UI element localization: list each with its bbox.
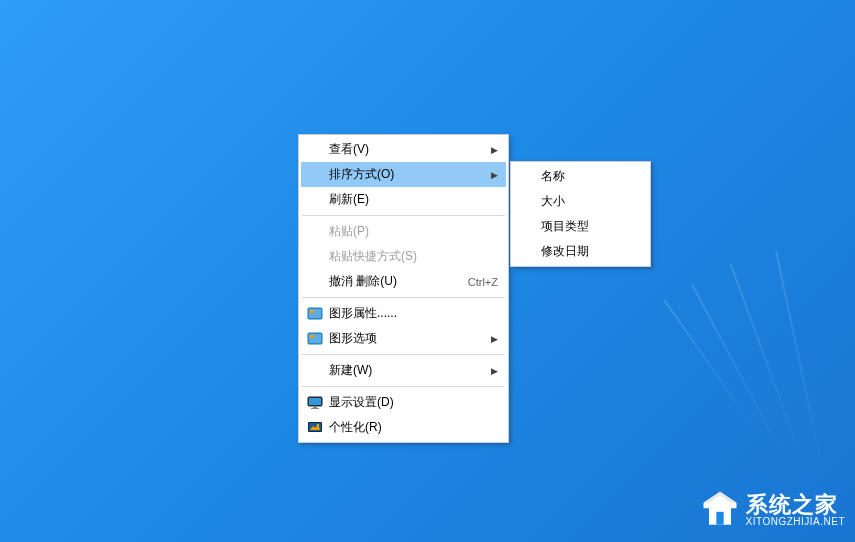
menu-label: 刷新(E) <box>329 191 498 208</box>
submenu-item-name[interactable]: 名称 <box>513 164 648 189</box>
blank-icon <box>305 166 325 184</box>
personalize-icon <box>305 419 325 437</box>
watermark: 系统之家 XITONGZHIJIA.NET <box>698 488 846 532</box>
menu-item-graphics-options[interactable]: 图形选项 ▶ <box>301 326 506 351</box>
menu-label: 撤消 删除(U) <box>329 273 458 290</box>
blank-icon <box>305 273 325 291</box>
submenu-item-date-modified[interactable]: 修改日期 <box>513 239 648 264</box>
submenu-arrow-icon: ▶ <box>490 366 498 376</box>
blank-icon <box>305 223 325 241</box>
svg-rect-5 <box>310 335 314 338</box>
submenu-item-size[interactable]: 大小 <box>513 189 648 214</box>
blank-icon <box>517 193 537 211</box>
blank-icon <box>517 243 537 261</box>
menu-label: 新建(W) <box>329 362 490 379</box>
svg-rect-2 <box>310 310 314 313</box>
menu-item-sort-by[interactable]: 排序方式(O) ▶ <box>301 162 506 187</box>
menu-label: 个性化(R) <box>329 419 498 436</box>
menu-separator <box>302 354 505 355</box>
menu-item-refresh[interactable]: 刷新(E) <box>301 187 506 212</box>
menu-label: 项目类型 <box>541 218 640 235</box>
svg-rect-8 <box>313 407 317 408</box>
menu-item-paste-shortcut: 粘贴快捷方式(S) <box>301 244 506 269</box>
blank-icon <box>517 168 537 186</box>
blank-icon <box>305 141 325 159</box>
sort-by-submenu: 名称 大小 项目类型 修改日期 <box>510 161 651 267</box>
svg-rect-9 <box>311 408 319 409</box>
watermark-url: XITONGZHIJIA.NET <box>746 516 846 527</box>
menu-item-graphics-properties[interactable]: 图形属性...... <box>301 301 506 326</box>
blank-icon <box>305 248 325 266</box>
menu-item-display-settings[interactable]: 显示设置(D) <box>301 390 506 415</box>
watermark-title: 系统之家 <box>746 494 846 516</box>
blank-icon <box>305 191 325 209</box>
menu-label: 图形属性...... <box>329 305 498 322</box>
menu-label: 粘贴快捷方式(S) <box>329 248 498 265</box>
menu-item-view[interactable]: 查看(V) ▶ <box>301 137 506 162</box>
menu-label: 查看(V) <box>329 141 490 158</box>
svg-point-12 <box>317 424 319 426</box>
menu-separator <box>302 386 505 387</box>
menu-label: 排序方式(O) <box>329 166 490 183</box>
desktop-context-menu: 查看(V) ▶ 排序方式(O) ▶ 刷新(E) 粘贴(P) 粘贴快捷方式(S) … <box>298 134 509 443</box>
submenu-arrow-icon: ▶ <box>490 334 498 344</box>
menu-label: 显示设置(D) <box>329 394 498 411</box>
menu-separator <box>302 297 505 298</box>
menu-label: 名称 <box>541 168 640 185</box>
menu-item-undo-delete[interactable]: 撤消 删除(U) Ctrl+Z <box>301 269 506 294</box>
menu-separator <box>302 215 505 216</box>
svg-rect-7 <box>309 398 321 405</box>
menu-item-paste: 粘贴(P) <box>301 219 506 244</box>
menu-shortcut: Ctrl+Z <box>468 276 498 288</box>
menu-label: 修改日期 <box>541 243 640 260</box>
submenu-arrow-icon: ▶ <box>490 170 498 180</box>
menu-label: 粘贴(P) <box>329 223 498 240</box>
watermark-logo-icon <box>698 488 742 532</box>
menu-label: 大小 <box>541 193 640 210</box>
menu-label: 图形选项 <box>329 330 490 347</box>
graphics-icon <box>305 330 325 348</box>
menu-item-personalize[interactable]: 个性化(R) <box>301 415 506 440</box>
blank-icon <box>517 218 537 236</box>
svg-rect-13 <box>716 512 723 525</box>
blank-icon <box>305 362 325 380</box>
display-icon <box>305 394 325 412</box>
submenu-item-item-type[interactable]: 项目类型 <box>513 214 648 239</box>
graphics-icon <box>305 305 325 323</box>
menu-item-new[interactable]: 新建(W) ▶ <box>301 358 506 383</box>
submenu-arrow-icon: ▶ <box>490 145 498 155</box>
